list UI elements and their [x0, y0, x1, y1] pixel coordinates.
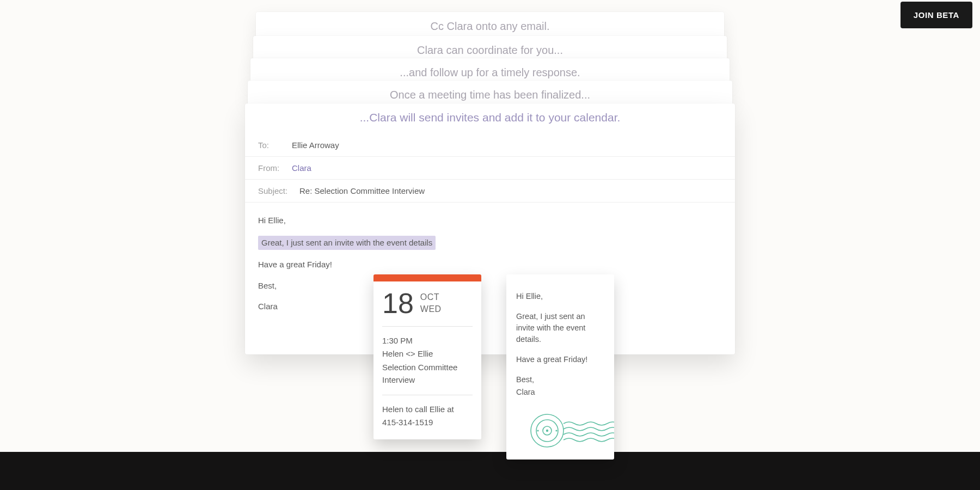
- email-signoff2: Clara: [258, 301, 722, 313]
- join-beta-button[interactable]: JOIN BETA: [901, 2, 972, 28]
- svg-point-3: [546, 430, 548, 432]
- calendar-day: 18: [382, 289, 414, 317]
- calendar-instruction2: 415-314-1519: [382, 416, 473, 428]
- email-subject-value: Re: Selection Committee Interview: [299, 186, 425, 195]
- email-to-row: To: Ellie Arroway: [245, 134, 735, 157]
- calendar-month: OCT: [420, 291, 442, 303]
- note-line1: Great, I just sent an invite with the ev…: [516, 311, 604, 345]
- email-to-value: Ellie Arroway: [292, 140, 339, 150]
- note-signoff2: Clara: [516, 387, 604, 398]
- email-from-label: From:: [258, 163, 282, 173]
- stack-card-3: Once a meeting time has been finalized..…: [248, 81, 732, 106]
- calendar-instruction-block: Helen to call Ellie at 415-314-1519: [382, 403, 473, 429]
- calendar-event-block: 1:30 PM Helen <> Ellie Selection Committ…: [382, 334, 473, 386]
- calendar-date-row: 18 OCT WED: [382, 289, 473, 317]
- note-card: Hi Ellie, Great, I just sent an invite w…: [506, 274, 614, 460]
- email-from-row: From: Clara: [245, 157, 735, 180]
- note-greeting: Hi Ellie,: [516, 291, 604, 302]
- calendar-time: 1:30 PM: [382, 334, 473, 347]
- email-greeting: Hi Ellie,: [258, 215, 722, 227]
- calendar-card: 18 OCT WED 1:30 PM Helen <> Ellie Select…: [373, 274, 481, 439]
- email-headline: ...Clara will send invites and add it to…: [245, 103, 735, 134]
- email-signoff1: Best,: [258, 280, 722, 292]
- calendar-stripe: [373, 274, 481, 281]
- calendar-participants: Helen <> Ellie: [382, 347, 473, 360]
- email-subject-label: Subject:: [258, 186, 290, 195]
- note-line2: Have a great Friday!: [516, 354, 604, 365]
- email-card: ...Clara will send invites and add it to…: [245, 103, 735, 354]
- svg-point-4: [537, 430, 538, 431]
- email-from-value: Clara: [292, 163, 311, 173]
- calendar-weekday: WED: [420, 303, 442, 315]
- stack-card-0: Cc Clara onto any email.: [256, 12, 724, 39]
- email-line2: Have a great Friday!: [258, 259, 722, 271]
- stack-card-1: Clara can coordinate for you...: [253, 36, 727, 61]
- email-subject-row: Subject: Re: Selection Committee Intervi…: [245, 180, 735, 203]
- svg-point-5: [555, 430, 557, 431]
- calendar-divider-2: [382, 395, 473, 395]
- calendar-instruction1: Helen to call Ellie at: [382, 403, 473, 415]
- stack-card-2: ...and follow up for a timely response.: [250, 58, 730, 83]
- calendar-title: Selection Committee Interview: [382, 361, 473, 387]
- email-body: Hi Ellie, Great, I just sent an invite w…: [245, 203, 735, 313]
- footer-bar: [0, 452, 980, 490]
- note-signoff1: Best,: [516, 374, 604, 385]
- email-highlight: Great, I just sent an invite with the ev…: [258, 236, 436, 250]
- calendar-divider-1: [382, 326, 473, 327]
- email-to-label: To:: [258, 140, 282, 150]
- stamp-icon: [528, 412, 614, 450]
